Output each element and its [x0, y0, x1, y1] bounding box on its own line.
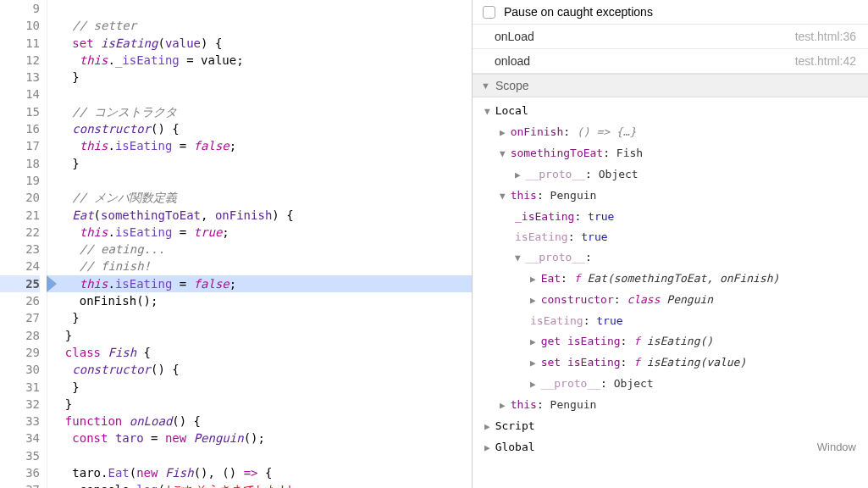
line-number[interactable]: 37 [0, 481, 40, 488]
code-line[interactable]: Eat(somethingToEat, onFinish) { [47, 207, 472, 224]
code-line[interactable] [47, 0, 472, 17]
line-number[interactable]: 33 [0, 413, 40, 430]
line-number[interactable]: 26 [0, 292, 40, 309]
line-number[interactable]: 10 [0, 17, 40, 34]
scope-header[interactable]: Scope [473, 74, 868, 97]
line-number[interactable]: 17 [0, 137, 40, 154]
line-number[interactable]: 16 [0, 120, 40, 137]
scope-group-local[interactable]: Local [478, 101, 868, 122]
scope-body: LocalonFinish: () => {…}somethingToEat: … [473, 97, 868, 462]
pause-on-caught-label: Pause on caught exceptions [504, 5, 653, 19]
line-number[interactable]: 35 [0, 447, 40, 464]
line-number[interactable]: 24 [0, 258, 40, 274]
code-line[interactable] [47, 172, 472, 189]
code-line[interactable] [47, 86, 472, 103]
line-number[interactable]: 12 [0, 52, 40, 69]
line-number[interactable]: 25 [0, 275, 40, 292]
call-stack-frame[interactable]: onloadtest.html:42 [473, 49, 868, 74]
scope-group-global[interactable]: GlobalWindow [478, 437, 868, 458]
line-number[interactable]: 19 [0, 172, 40, 189]
line-number[interactable]: 9 [0, 0, 40, 17]
code-line[interactable]: this.isEating = true; [47, 224, 472, 241]
line-number[interactable]: 11 [0, 35, 40, 52]
property-value: true [581, 230, 607, 243]
scope-property[interactable]: __proto__: [478, 247, 868, 269]
code-line[interactable]: this.isEating = false; [47, 275, 472, 292]
code-line[interactable]: this.isEating = false; [47, 137, 472, 154]
code-line[interactable]: } [47, 396, 472, 413]
line-number[interactable]: 23 [0, 241, 40, 258]
line-number[interactable]: 13 [0, 69, 40, 86]
scope-property[interactable]: set isEating: f isEating(value) [478, 352, 868, 374]
code-line[interactable]: // コンストラクタ [47, 103, 472, 120]
property-value: Penguin [550, 398, 597, 411]
scope-property[interactable]: get isEating: f isEating() [478, 331, 868, 352]
property-name: _isEating [515, 210, 574, 223]
line-number[interactable]: 20 [0, 189, 40, 206]
frame-name: onLoad [495, 30, 534, 43]
property-value: isEating(value) [647, 356, 746, 369]
line-number[interactable]: 29 [0, 344, 40, 361]
code-line[interactable]: onFinish(); [47, 292, 472, 309]
chevron-right-icon [500, 123, 506, 143]
code-line[interactable]: function onLoad() { [47, 413, 472, 430]
scope-property[interactable]: Eat: f Eat(somethingToEat, onFinish) [478, 269, 868, 290]
line-number[interactable]: 31 [0, 379, 40, 396]
line-number[interactable]: 14 [0, 86, 40, 103]
line-number[interactable]: 18 [0, 155, 40, 172]
code-line[interactable]: set isEating(value) { [47, 35, 472, 52]
line-number[interactable]: 30 [0, 361, 40, 378]
code-line[interactable]: constructor() { [47, 361, 472, 378]
property-value: Object [614, 377, 654, 390]
line-number[interactable]: 34 [0, 430, 40, 446]
chevron-down-icon [500, 186, 506, 207]
code-line[interactable]: // eating... [47, 241, 472, 258]
line-number[interactable]: 32 [0, 396, 40, 413]
code-line[interactable]: const taro = new Penguin(); [47, 430, 472, 446]
property-name: this [511, 189, 537, 202]
code-line[interactable]: } [47, 379, 472, 396]
scope-property[interactable]: this: Penguin [478, 186, 868, 207]
code-area[interactable]: // setter set isEating(value) { this._is… [47, 0, 472, 488]
scope-property[interactable]: isEating: true [478, 227, 868, 247]
scope-property[interactable]: constructor: class Penguin [478, 290, 868, 311]
code-line[interactable]: } [47, 155, 472, 172]
line-number[interactable]: 28 [0, 327, 40, 344]
line-number[interactable]: 21 [0, 207, 40, 224]
call-stack-frame[interactable]: onLoadtest.html:36 [473, 25, 868, 49]
code-line[interactable]: // setter [47, 17, 472, 34]
scope-property[interactable]: _isEating: true [478, 207, 868, 227]
chevron-down-icon [484, 102, 490, 122]
code-line[interactable]: } [47, 69, 472, 86]
code-line[interactable]: } [47, 327, 472, 344]
scope-property[interactable]: onFinish: () => {…} [478, 122, 868, 143]
code-line[interactable]: constructor() { [47, 120, 472, 137]
code-line[interactable]: console log('ごちそうさまでした!' [47, 481, 472, 488]
property-value: isEating() [647, 335, 713, 347]
code-line[interactable]: } [47, 309, 472, 326]
line-number-gutter[interactable]: 9101112131415161718192021222324252627282… [0, 0, 47, 488]
code-line[interactable]: // finish! [47, 258, 472, 274]
line-number[interactable]: 22 [0, 224, 40, 241]
line-number[interactable]: 27 [0, 309, 40, 326]
code-line[interactable] [47, 447, 472, 464]
scope-property[interactable]: __proto__: Object [478, 164, 868, 186]
scope-property[interactable]: somethingToEat: Fish [478, 143, 868, 164]
line-number[interactable]: 36 [0, 464, 40, 481]
property-value: Fish [616, 147, 643, 159]
chevron-down-icon [515, 248, 521, 269]
code-line[interactable]: this._isEating = value; [47, 52, 472, 69]
chevron-right-icon [484, 417, 490, 437]
scope-property[interactable]: isEating: true [478, 311, 868, 331]
code-line[interactable]: class Fish { [47, 344, 472, 361]
scope-group-script[interactable]: Script [478, 416, 868, 437]
property-name: __proto__ [526, 251, 585, 263]
code-line[interactable]: taro.Eat(new Fish(), () => { [47, 464, 472, 481]
scope-property[interactable]: this: Penguin [478, 395, 868, 416]
code-line[interactable]: // メンバ関数定義 [47, 189, 472, 206]
property-value: () => {…} [577, 125, 636, 138]
line-number[interactable]: 15 [0, 103, 40, 120]
pause-on-caught-checkbox[interactable] [483, 6, 495, 19]
scope-property[interactable]: __proto__: Object [478, 374, 868, 395]
pause-on-caught-row[interactable]: Pause on caught exceptions [473, 0, 868, 25]
